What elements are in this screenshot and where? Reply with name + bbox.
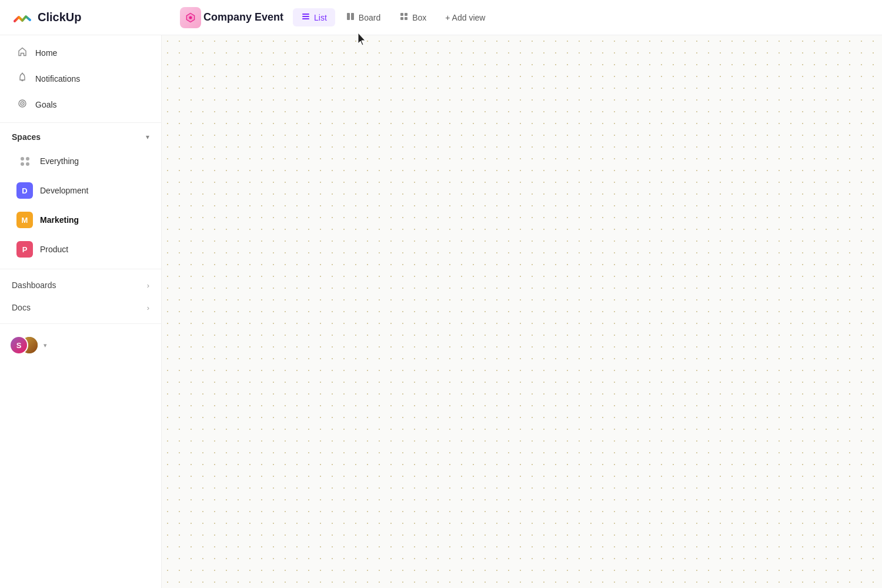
sidebar-item-product[interactable]: P Product xyxy=(5,235,156,263)
goals-label: Goals xyxy=(35,100,57,109)
box-tab-icon xyxy=(399,12,409,23)
sidebar-item-notifications[interactable]: Notifications xyxy=(5,66,156,91)
svg-point-13 xyxy=(22,103,23,104)
tab-board-label: Board xyxy=(359,13,380,22)
user-area[interactable]: S ▾ xyxy=(0,329,161,362)
development-badge-letter: D xyxy=(22,186,27,195)
spaces-label: Spaces xyxy=(12,132,41,142)
sidebar-item-marketing[interactable]: M Marketing xyxy=(5,206,156,234)
svg-rect-2 xyxy=(302,16,309,17)
marketing-badge: M xyxy=(16,212,33,228)
sidebar-item-development[interactable]: D Development xyxy=(5,176,156,205)
svg-rect-1 xyxy=(302,14,309,15)
sidebar-item-docs[interactable]: Docs › xyxy=(0,297,161,318)
svg-rect-9 xyxy=(405,17,407,20)
sidebar-item-dashboards[interactable]: Dashboards › xyxy=(0,275,161,296)
docs-chevron-icon: › xyxy=(147,303,149,312)
space-icon xyxy=(180,7,201,28)
list-tab-icon xyxy=(301,12,310,23)
user-chevron-icon: ▾ xyxy=(44,342,47,349)
svg-rect-5 xyxy=(351,13,354,20)
tab-list-label: List xyxy=(314,13,327,22)
svg-rect-6 xyxy=(400,13,403,16)
tab-box-label: Box xyxy=(412,13,426,22)
sidebar-item-everything[interactable]: Everything xyxy=(5,147,156,175)
avatar-stack: S xyxy=(9,335,40,356)
development-badge: D xyxy=(16,182,33,199)
home-icon xyxy=(16,46,28,59)
clickup-logo-icon xyxy=(12,7,33,28)
development-label: Development xyxy=(40,186,89,195)
product-badge: P xyxy=(16,241,33,258)
dashboards-chevron-icon: › xyxy=(147,281,149,290)
logo-text: ClickUp xyxy=(38,11,81,24)
header-nav: Company Event List Board xyxy=(180,7,493,28)
main-layout: Home Notifications Goals xyxy=(0,35,882,588)
sidebar-item-home[interactable]: Home xyxy=(5,41,156,65)
spaces-chevron-icon: ▾ xyxy=(146,133,149,141)
user-avatar-primary: S xyxy=(9,336,28,355)
add-view-label: + Add view xyxy=(445,13,485,22)
svg-rect-4 xyxy=(347,13,350,20)
svg-rect-8 xyxy=(400,17,403,20)
svg-rect-7 xyxy=(405,13,407,16)
tab-board[interactable]: Board xyxy=(338,8,389,26)
product-badge-letter: P xyxy=(22,245,28,254)
sidebar-divider-3 xyxy=(0,323,161,324)
logo[interactable]: ClickUp xyxy=(12,7,171,28)
marketing-badge-letter: M xyxy=(22,216,28,225)
everything-dots-icon xyxy=(16,153,33,169)
add-view-button[interactable]: + Add view xyxy=(437,9,493,26)
spaces-section-header[interactable]: Spaces ▾ xyxy=(0,128,161,146)
tab-list[interactable]: List xyxy=(293,8,335,26)
main-content xyxy=(162,35,882,588)
goals-icon xyxy=(16,98,28,111)
notifications-icon xyxy=(16,72,28,85)
sidebar-divider-1 xyxy=(0,122,161,123)
board-tab-icon xyxy=(346,12,355,23)
product-label: Product xyxy=(40,245,68,254)
svg-rect-3 xyxy=(302,18,309,19)
user-initial: S xyxy=(16,341,22,350)
everything-label: Everything xyxy=(40,156,79,166)
tab-box[interactable]: Box xyxy=(391,8,435,26)
docs-label: Docs xyxy=(12,303,31,312)
notifications-label: Notifications xyxy=(35,74,80,83)
space-title: Company Event xyxy=(203,11,283,24)
sidebar-divider-2 xyxy=(0,269,161,269)
sidebar-item-goals[interactable]: Goals xyxy=(5,92,156,117)
dashboards-label: Dashboards xyxy=(12,280,56,290)
dashboards-left: Dashboards xyxy=(12,280,56,290)
marketing-label: Marketing xyxy=(40,215,79,225)
svg-point-0 xyxy=(189,16,192,19)
docs-left: Docs xyxy=(12,303,31,312)
sidebar: Home Notifications Goals xyxy=(0,35,162,588)
home-label: Home xyxy=(35,48,57,58)
